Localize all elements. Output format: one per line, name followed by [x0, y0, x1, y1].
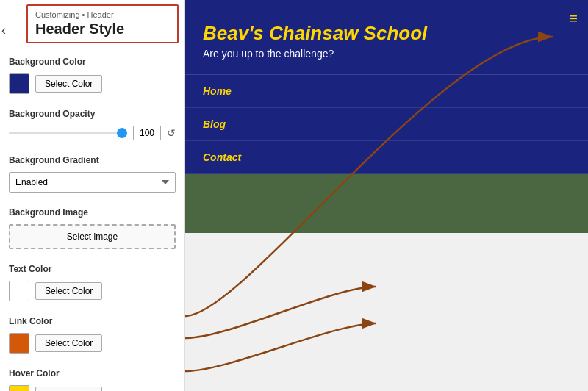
nav-item-contact[interactable]: Contact	[185, 141, 588, 174]
bg-opacity-label: Background Opacity	[0, 101, 184, 123]
site-subtitle: Are you up to the challenge?	[203, 48, 570, 60]
link-color-row: Select Color	[0, 330, 184, 361]
opacity-slider[interactable]	[9, 132, 127, 134]
link-color-label: Link Color	[0, 309, 184, 330]
site-title: Beav's Chainsaw School	[203, 22, 570, 45]
bg-color-label: Background Color	[0, 49, 184, 71]
left-panel: ‹ Customizing • Header Header Style Back…	[0, 0, 185, 391]
website-header: Beav's Chainsaw School Are you up to the…	[185, 0, 588, 74]
select-image-button[interactable]: Select image	[9, 224, 176, 249]
nav-item-home[interactable]: Home	[185, 75, 588, 108]
link-color-button[interactable]: Select Color	[35, 334, 102, 352]
opacity-row: 100 ↺	[0, 123, 184, 148]
bg-color-swatch	[9, 73, 29, 94]
opacity-value-input[interactable]: 100	[133, 126, 161, 140]
hover-color-row: Select Color	[0, 382, 184, 391]
header-section: Customizing • Header Header Style	[26, 4, 179, 43]
bg-gradient-label: Background Gradient	[0, 148, 184, 169]
text-color-label: Text Color	[0, 257, 184, 278]
opacity-reset-button[interactable]: ↺	[167, 127, 176, 139]
preview-panel: Beav's Chainsaw School Are you up to the…	[185, 0, 588, 391]
text-color-button[interactable]: Select Color	[35, 282, 102, 300]
bg-color-button[interactable]: Select Color	[35, 75, 102, 93]
image-row: Select image	[0, 221, 184, 257]
bg-color-row: Select Color	[0, 71, 184, 101]
text-color-swatch	[9, 281, 29, 301]
link-color-swatch	[9, 333, 29, 354]
back-button[interactable]: ‹	[1, 24, 10, 37]
breadcrumb: Customizing • Header	[35, 10, 170, 19]
bg-image-label: Background Image	[0, 200, 184, 221]
nav-item-blog[interactable]: Blog	[185, 108, 588, 141]
hover-color-button[interactable]: Select Color	[35, 387, 102, 391]
green-section	[185, 174, 588, 233]
hamburger-icon[interactable]: ≡	[569, 10, 578, 27]
gradient-dropdown[interactable]: Enabled Disabled	[9, 172, 176, 193]
text-color-row: Select Color	[0, 278, 184, 309]
page-title: Header Style	[35, 21, 170, 37]
gradient-row: Enabled Disabled	[0, 169, 184, 200]
hover-color-swatch	[9, 385, 29, 391]
nav-section: Home Blog Contact	[185, 74, 588, 174]
hover-color-label: Hover Color	[0, 361, 184, 382]
